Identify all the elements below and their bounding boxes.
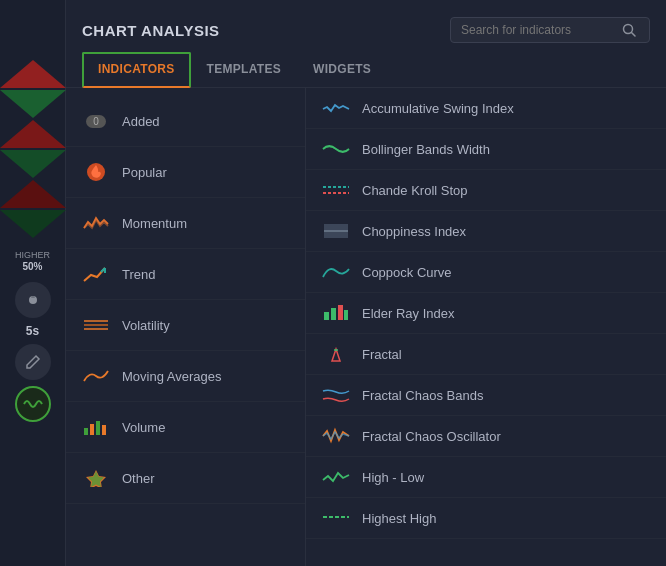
indicator-label-high-low: High - Low xyxy=(362,470,424,485)
edit-button[interactable] xyxy=(15,344,51,380)
left-toolbar: HIGHER 50% 5s xyxy=(0,0,66,566)
sidebar-item-popular[interactable]: Popular xyxy=(66,147,305,198)
indicator-label-accumulative: Accumulative Swing Index xyxy=(362,101,514,116)
indicator-fractal-chaos-bands[interactable]: Fractal Chaos Bands xyxy=(306,375,666,416)
signal-button[interactable] xyxy=(15,282,51,318)
popular-icon xyxy=(82,158,110,186)
sidebar-item-trend[interactable]: Trend xyxy=(66,249,305,300)
highest-high-icon xyxy=(322,509,350,527)
added-badge: 0 xyxy=(86,115,106,128)
tab-templates[interactable]: TEMPLATES xyxy=(191,52,297,88)
higher-label: HIGHER xyxy=(15,250,50,261)
svg-line-3 xyxy=(632,33,636,37)
sidebar-label-momentum: Momentum xyxy=(122,216,187,231)
indicator-fractal[interactable]: Fractal xyxy=(306,334,666,375)
header: CHART ANALYSIS xyxy=(66,0,666,50)
indicator-choppiness[interactable]: Choppiness Index xyxy=(306,211,666,252)
fractal-icon xyxy=(322,345,350,363)
accumulative-swing-icon xyxy=(322,99,350,117)
svg-rect-10 xyxy=(84,428,88,435)
other-icon xyxy=(82,464,110,492)
svg-rect-22 xyxy=(338,305,343,320)
bollinger-icon xyxy=(322,140,350,158)
sidebar-item-other[interactable]: Other xyxy=(66,453,305,504)
svg-rect-11 xyxy=(90,424,94,435)
indicator-label-choppiness: Choppiness Index xyxy=(362,224,466,239)
sidebar-label-trend: Trend xyxy=(122,267,155,282)
svg-rect-23 xyxy=(344,310,348,320)
search-icon xyxy=(622,23,636,37)
indicator-label-fractal: Fractal xyxy=(362,347,402,362)
indicator-fractal-chaos-osc[interactable]: Fractal Chaos Oscillator xyxy=(306,416,666,457)
elder-ray-icon xyxy=(322,304,350,322)
indicator-label-bollinger: Bollinger Bands Width xyxy=(362,142,490,157)
wave-button[interactable] xyxy=(15,386,51,422)
page-title: CHART ANALYSIS xyxy=(82,22,220,39)
trend-icon xyxy=(82,260,110,288)
indicator-label-highest-high: Highest High xyxy=(362,511,436,526)
sidebar-item-volume[interactable]: Volume xyxy=(66,402,305,453)
sidebar-label-volume: Volume xyxy=(122,420,165,435)
indicator-label-coppock: Coppock Curve xyxy=(362,265,452,280)
indicator-elder-ray[interactable]: Elder Ray Index xyxy=(306,293,666,334)
sidebar-label-moving-averages: Moving Averages xyxy=(122,369,222,384)
indicator-high-low[interactable]: High - Low xyxy=(306,457,666,498)
svg-rect-20 xyxy=(324,312,329,320)
tab-indicators[interactable]: INDICATORS xyxy=(82,52,191,88)
svg-marker-24 xyxy=(332,349,340,361)
fractal-chaos-bands-icon xyxy=(322,386,350,404)
momentum-icon xyxy=(82,209,110,237)
indicator-label-fractal-chaos-osc: Fractal Chaos Oscillator xyxy=(362,429,501,444)
added-icon: 0 xyxy=(82,107,110,135)
svg-rect-1 xyxy=(31,296,35,298)
sidebar-item-added[interactable]: 0 Added xyxy=(66,96,305,147)
indicators-list: Accumulative Swing Index Bollinger Bands… xyxy=(306,88,666,566)
indicator-chande[interactable]: Chande Kroll Stop xyxy=(306,170,666,211)
indicator-label-fractal-chaos-bands: Fractal Chaos Bands xyxy=(362,388,483,403)
svg-rect-12 xyxy=(96,421,100,435)
category-sidebar: 0 Added Popular xyxy=(66,88,306,566)
search-input[interactable] xyxy=(461,23,616,37)
sidebar-item-volatility[interactable]: Volatility xyxy=(66,300,305,351)
moving-averages-icon xyxy=(82,362,110,390)
tab-widgets[interactable]: WIDGETS xyxy=(297,52,387,88)
content-area: 0 Added Popular xyxy=(66,88,666,566)
indicator-highest-high[interactable]: Highest High xyxy=(306,498,666,539)
main-panel: CHART ANALYSIS INDICATORS TEMPLATES WIDG… xyxy=(66,0,666,566)
indicator-coppock[interactable]: Coppock Curve xyxy=(306,252,666,293)
sidebar-label-popular: Popular xyxy=(122,165,167,180)
indicator-accumulative-swing[interactable]: Accumulative Swing Index xyxy=(306,88,666,129)
volume-icon xyxy=(82,413,110,441)
indicator-bollinger[interactable]: Bollinger Bands Width xyxy=(306,129,666,170)
sidebar-label-added: Added xyxy=(122,114,160,129)
sidebar-label-volatility: Volatility xyxy=(122,318,170,333)
search-box[interactable] xyxy=(450,17,650,43)
high-low-icon xyxy=(322,468,350,486)
sidebar-item-momentum[interactable]: Momentum xyxy=(66,198,305,249)
sidebar-label-other: Other xyxy=(122,471,155,486)
higher-info: HIGHER 50% xyxy=(15,250,50,272)
svg-rect-13 xyxy=(102,425,106,435)
chande-icon xyxy=(322,181,350,199)
coppock-icon xyxy=(322,263,350,281)
sidebar-item-moving-averages[interactable]: Moving Averages xyxy=(66,351,305,402)
tabs-bar: INDICATORS TEMPLATES WIDGETS xyxy=(66,52,666,88)
time-value: 5s xyxy=(26,324,39,338)
volatility-icon xyxy=(82,311,110,339)
percentage-value: 50% xyxy=(15,261,50,272)
indicator-label-elder-ray: Elder Ray Index xyxy=(362,306,455,321)
svg-rect-21 xyxy=(331,308,336,320)
indicator-label-chande: Chande Kroll Stop xyxy=(362,183,468,198)
choppiness-icon xyxy=(322,222,350,240)
fractal-chaos-osc-icon xyxy=(322,427,350,445)
